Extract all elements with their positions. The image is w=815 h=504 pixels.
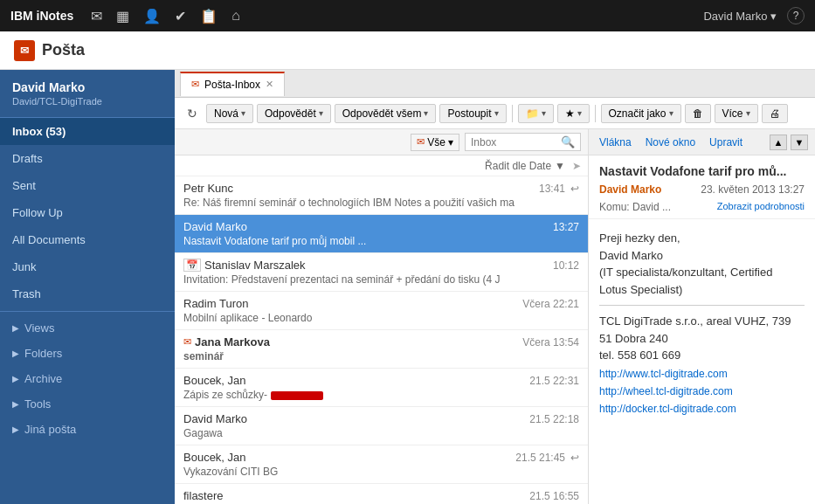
reading-link-2[interactable]: http://wheel.tcl-digitrade.com [599,383,805,399]
email-subject: Re: Náš firemní seminář o technologiích … [183,197,515,209]
tools-triangle-icon: ▶ [12,399,19,409]
sidebar-item-alldocs-label: All Documents [12,233,86,246]
email-sender: David Marko [183,412,247,425]
email-row: David Marko 13:27 [183,220,579,233]
tab-upravit[interactable]: Upravit [706,135,746,150]
sidebar-user-account: David/TCL-DigiTrade [12,96,162,107]
refresh-button[interactable]: ↻ [182,104,203,123]
tab-nove-okno[interactable]: Nové okno [642,135,699,150]
forward-button[interactable]: Postoupit ▾ [439,104,506,123]
sidebar-item-alldocs[interactable]: All Documents [0,226,175,253]
search-icon[interactable]: 🔍 [561,135,575,148]
print-button[interactable]: 🖨 [762,104,788,123]
reading-link-1[interactable]: http://www.tcl-digitrade.com [599,366,805,382]
email-item[interactable]: Boucek, Jan 21.5 21:45 ↩ Vykazování CITI… [175,445,588,484]
email-time: Včera 13:54 [522,336,579,349]
sidebar-tools-label: Tools [24,397,51,411]
reading-date: 23. květen 2013 13:27 [701,183,805,196]
sidebar-item-junk[interactable]: Junk [0,253,175,280]
top-bar-right: David Marko ? [703,7,805,24]
reply-all-button[interactable]: Odpovědět všem ▾ [335,104,437,123]
sort-bar: Řadit dle Date ▼ ➤ [175,155,588,176]
email-sender: filastere [183,489,224,502]
email-subject-row: Nastavit Vodafone tarif pro můj mobil ..… [183,235,579,247]
sidebar-archive-label: Archive [24,372,62,385]
sidebar-section-jina[interactable]: ▶ Jiná pošta [0,417,175,442]
reading-link-3[interactable]: http://docker.tcl-digitrade.com [599,401,805,417]
star-button[interactable]: ★ ▾ [557,104,590,123]
reading-title2: Lotus Specialist) [599,281,805,299]
vse-dropdown[interactable]: ✉ Vše ▾ [411,134,459,151]
forward-label: Postoupit [447,107,491,120]
email-item[interactable]: David Marko 13:27 Nastavit Vodafone tari… [175,215,588,253]
unread-mail-icon: ✉ [183,336,191,348]
sidebar-item-inbox-label: Inbox (53) [12,125,66,138]
email-item[interactable]: Boucek, Jan 21.5 22:31 Zápis ze schůzky- [175,369,588,407]
help-icon[interactable]: ? [787,7,805,24]
sidebar-section-folders[interactable]: ▶ Folders [0,341,175,366]
star-icon: ★ [565,107,575,120]
sidebar-section-tools[interactable]: ▶ Tools [0,391,175,417]
more-label: Více [722,107,743,120]
email-item[interactable]: ✉ Jana Markova Včera 13:54 seminář [175,330,588,369]
sort-label: Řadit dle Date [485,160,551,172]
reading-pane-down-button[interactable]: ▼ [791,135,808,150]
sidebar-item-inbox[interactable]: Inbox (53) [0,118,175,145]
sidebar-item-sent[interactable]: Sent [0,172,175,199]
task-nav-icon[interactable]: ✔ [175,8,186,24]
sidebar-item-trash-label: Trash [12,287,41,300]
reading-company: TCL DigiTrade s.r.o., areal VUHZ, 739 [599,313,805,330]
email-sender: Stanislav Marszalek [204,259,306,272]
sidebar-item-trash[interactable]: Trash [0,280,175,307]
sort-nav-icon[interactable]: ➤ [572,160,581,172]
sidebar-section-views[interactable]: ▶ Views [0,315,175,341]
red-flag-bar [271,391,323,400]
tab-close-icon[interactable]: ✕ [266,79,273,90]
show-details-link[interactable]: Zobrazit podrobnosti [717,201,805,211]
delete-button[interactable]: 🗑 [685,104,711,123]
new-button[interactable]: Nová ▾ [206,104,253,123]
delete-icon: 🗑 [693,107,703,120]
email-time: Včera 22:21 [522,298,579,310]
email-subject: Mobilní aplikace - Leonardo [183,312,312,324]
reading-phone: tel. 558 601 669 [599,347,805,364]
email-sender: Petr Kunc [183,182,233,195]
sort-arrow-icon[interactable]: ▼ [555,160,565,172]
reading-to: Komu: David ... [599,201,671,213]
email-item[interactable]: filastere 21.5 16:55 [175,484,588,504]
email-subject-row: Invitation: Představení prezentaci na se… [183,273,579,286]
more-button[interactable]: Více ▾ [715,104,758,123]
reading-pane-nav: ▲ ▼ [770,135,808,150]
mark-as-button[interactable]: Označit jako ▾ [601,104,681,123]
email-row: 📅 Stanislav Marszalek 10:12 [183,259,579,272]
folder-button[interactable]: 📁 ▾ [518,104,554,123]
home-nav-icon[interactable]: ⌂ [231,8,240,24]
tab-inbox[interactable]: ✉ Pošta-Inbox ✕ [180,72,285,96]
email-item[interactable]: David Marko 21.5 22:18 Gagawa [175,407,588,445]
person-nav-icon[interactable]: 👤 [143,8,161,24]
grid-nav-icon[interactable]: ▦ [116,8,129,24]
reply-button[interactable]: Odpovědět ▾ [257,104,331,123]
sidebar-item-followup[interactable]: Follow Up [0,199,175,226]
reply-indicator-icon: ↩ [570,183,579,195]
email-row: Petr Kunc 13:41 ↩ [183,182,579,195]
jina-triangle-icon: ▶ [12,425,19,434]
reading-address: 51 Dobra 240 [599,330,805,348]
email-item[interactable]: Petr Kunc 13:41 ↩ Re: Náš firemní seminá… [175,176,588,215]
search-input[interactable] [471,136,558,148]
email-sender: Radim Turon [183,297,248,310]
tab-vlakna[interactable]: Vlákna [596,135,635,150]
sidebar-item-drafts[interactable]: Drafts [0,145,175,172]
sidebar-item-drafts-label: Drafts [12,152,43,165]
mark-as-label: Označit jako [609,107,667,120]
email-item[interactable]: 📅 Stanislav Marszalek 10:12 Invitation: … [175,253,588,292]
email-item[interactable]: Radim Turon Včera 22:21 Mobilní aplikace… [175,292,588,330]
mail-nav-icon[interactable]: ✉ [91,8,102,24]
email-row: Boucek, Jan 21.5 22:31 [183,374,579,387]
reading-pane-up-button[interactable]: ▲ [770,135,787,150]
top-bar-icons: ✉ ▦ 👤 ✔ 📋 ⌂ [91,8,703,24]
calendar-nav-icon[interactable]: 📋 [200,8,218,24]
top-bar-user[interactable]: David Marko [703,10,777,23]
sidebar-section-archive[interactable]: ▶ Archive [0,366,175,391]
email-time: 21.5 22:18 [529,413,579,425]
